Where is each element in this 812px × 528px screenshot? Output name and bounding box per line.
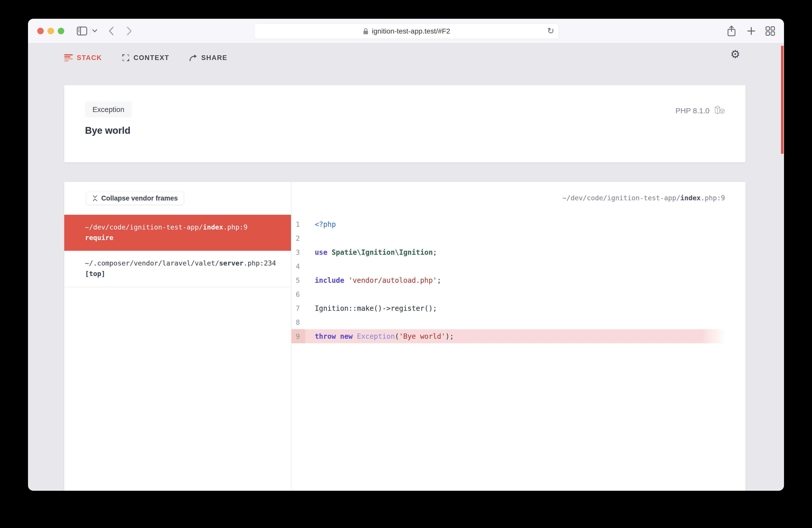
browser-window: ignition-test-app.test/#F2 ↻	[28, 19, 784, 491]
exception-card: Exception Bye world PHP 8.1.0	[64, 85, 745, 162]
code-text: Ignition::make()->register();	[315, 304, 437, 312]
zoom-window-button[interactable]	[58, 28, 64, 34]
browser-toolbar: ignition-test-app.test/#F2 ↻	[28, 19, 784, 44]
back-icon[interactable]	[108, 26, 115, 36]
line-number: 7	[291, 305, 305, 312]
code-line: 8	[291, 315, 745, 329]
laravel-icon	[714, 105, 725, 116]
code-text: <?php	[315, 220, 336, 229]
code-text: throw new Exception('Bye world');	[315, 332, 454, 340]
line-number: 5	[291, 277, 305, 284]
code-line: 7Ignition::make()->register();	[291, 301, 745, 315]
lock-icon	[363, 28, 369, 35]
code-line: 4	[291, 259, 745, 273]
line-number: 9	[291, 329, 305, 343]
reload-icon[interactable]: ↻	[547, 26, 554, 36]
share-arrow-icon	[189, 54, 197, 61]
address-bar[interactable]: ignition-test-app.test/#F2 ↻	[254, 24, 559, 39]
exception-class-badge: Exception	[85, 102, 132, 117]
code-line-highlighted: 9throw new Exception('Bye world');	[291, 329, 745, 343]
php-version: PHP 8.1.0	[676, 106, 710, 115]
tab-label: CONTEXT	[133, 54, 169, 62]
new-tab-icon[interactable]	[747, 27, 755, 35]
tab-label: STACK	[77, 54, 102, 62]
close-window-button[interactable]	[37, 28, 44, 34]
desktop-background: ignition-test-app.test/#F2 ↻	[0, 0, 812, 528]
minimize-window-button[interactable]	[47, 28, 54, 34]
line-number: 4	[291, 263, 305, 270]
frame-path: ~/dev/code/ignition-test-app/index.php:9	[85, 222, 281, 232]
stack-frame-active[interactable]: ~/dev/code/ignition-test-app/index.php:9…	[64, 215, 291, 251]
code-text: include 'vendor/autoload.php';	[315, 276, 441, 284]
error-scrollbar-indicator[interactable]	[781, 46, 783, 154]
frames-list: ~/dev/code/ignition-test-app/index.php:9…	[64, 215, 291, 287]
toolbar-divider	[90, 26, 90, 36]
ignition-tabbar: STACK CONTEXT	[64, 52, 228, 64]
gear-icon[interactable]: ⚙	[729, 47, 742, 60]
line-number: 6	[291, 291, 305, 298]
tab-context[interactable]: CONTEXT	[122, 54, 169, 62]
exception-message: Bye world	[85, 125, 130, 136]
tab-label: SHARE	[201, 54, 228, 62]
collapse-icon	[92, 195, 98, 201]
chevron-down-icon[interactable]	[92, 29, 98, 32]
tab-share[interactable]: SHARE	[189, 54, 228, 62]
frame-method: require	[85, 233, 281, 243]
environment-info: PHP 8.1.0	[676, 105, 725, 116]
ignition-page: STACK CONTEXT	[28, 44, 784, 491]
stack-trace-card: Collapse vendor frames ~/dev/code/igniti…	[64, 182, 745, 491]
frame-path: ~/.composer/vendor/laravel/valet/server.…	[85, 258, 281, 268]
stack-frames-panel: Collapse vendor frames ~/dev/code/igniti…	[64, 182, 291, 491]
stack-icon	[64, 54, 73, 61]
code-line: 5include 'vendor/autoload.php';	[291, 273, 745, 287]
code-snippet-panel: ~/dev/code/ignition-test-app/index.php:9…	[291, 182, 745, 491]
context-icon	[122, 54, 130, 61]
line-number: 8	[291, 319, 305, 326]
line-number: 2	[291, 235, 305, 242]
tab-stack[interactable]: STACK	[64, 54, 102, 62]
code-block: 1<?php23use Spatie\Ignition\Ignition;45i…	[291, 217, 745, 343]
code-file-path: ~/dev/code/ignition-test-app/index.php:9	[563, 194, 725, 202]
code-line: 3use Spatie\Ignition\Ignition;	[291, 245, 745, 259]
line-number: 3	[291, 249, 305, 256]
frame-method: [top]	[85, 269, 281, 279]
code-text: use Spatie\Ignition\Ignition;	[315, 248, 437, 256]
forward-icon[interactable]	[126, 26, 132, 36]
sidebar-icon[interactable]	[77, 27, 87, 35]
url-text: ignition-test-app.test/#F2	[372, 27, 450, 35]
code-line: 1<?php	[291, 217, 745, 231]
window-controls	[37, 28, 64, 34]
collapse-button-label: Collapse vendor frames	[101, 194, 178, 202]
stack-frame[interactable]: ~/.composer/vendor/laravel/valet/server.…	[64, 251, 291, 287]
collapse-vendor-frames-button[interactable]: Collapse vendor frames	[86, 192, 184, 205]
line-number: 1	[291, 220, 305, 228]
tab-overview-icon[interactable]	[766, 26, 775, 36]
code-line: 2	[291, 231, 745, 245]
share-icon[interactable]	[727, 25, 736, 37]
code-line: 6	[291, 287, 745, 301]
